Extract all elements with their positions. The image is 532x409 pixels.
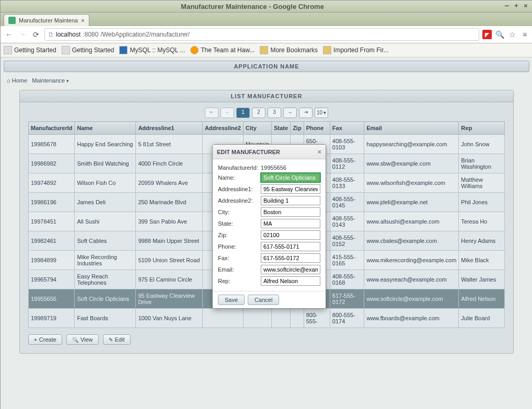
col-header[interactable]: Name: [75, 122, 136, 135]
home-icon[interactable]: ⌂: [7, 77, 10, 84]
cell-a1: 95 Eastway Clearview Drive: [136, 289, 203, 309]
plus-icon: +: [34, 337, 37, 343]
phone-field[interactable]: [261, 242, 320, 251]
dialog-header[interactable]: EDIT MANUFACTURER ×: [213, 145, 326, 159]
browser-tab[interactable]: Manufacturer Maintena ×: [4, 14, 89, 26]
fax-field[interactable]: [261, 253, 320, 263]
addressline1-field[interactable]: [261, 184, 320, 194]
col-header[interactable]: Email: [364, 122, 459, 135]
col-header[interactable]: Addressline1: [136, 122, 203, 135]
rep-field[interactable]: [261, 276, 320, 286]
cell-a1: 5109 Union Street Road: [136, 251, 203, 270]
col-header[interactable]: Addressline2: [202, 122, 243, 135]
page-info-icon[interactable]: 🗋: [48, 31, 54, 38]
tab-favicon-icon: [8, 17, 16, 24]
field-label-fax: Fax:: [218, 255, 261, 261]
cell-a1: 399 San Pablo Ave: [136, 212, 203, 231]
cell-email: www.jdeli@example.net: [364, 193, 459, 212]
cell-a1: 5 81st Street: [136, 135, 203, 154]
nav-back-icon[interactable]: ←: [4, 29, 14, 40]
pager-page-3[interactable]: 3: [268, 108, 281, 118]
zip-field[interactable]: [261, 230, 320, 240]
cell-id: 19989719: [29, 309, 75, 328]
bookmark-item[interactable]: Imported From Fir...: [323, 46, 388, 54]
cell-fax: 408-555-0168: [330, 270, 364, 289]
pager-last-icon[interactable]: ⇥: [299, 108, 313, 118]
field-label-state: State:: [218, 220, 261, 227]
cell-a1: 250 Marinade Blvd: [136, 193, 203, 212]
cell-name: Happy End Searching: [75, 135, 136, 154]
bookmark-icon: [4, 46, 12, 54]
dialog-close-icon[interactable]: ×: [317, 148, 321, 156]
bookmark-item[interactable]: The Team at Haw...: [190, 46, 255, 54]
cell-id: 19965794: [29, 270, 75, 289]
save-button[interactable]: Save: [218, 295, 245, 305]
col-header[interactable]: Zip: [291, 122, 304, 135]
col-header[interactable]: City: [243, 122, 271, 135]
name-field[interactable]: [261, 173, 320, 182]
col-header[interactable]: Phone: [304, 122, 330, 135]
create-button[interactable]: +Create: [28, 334, 62, 345]
pager-first-icon[interactable]: ⇤: [205, 108, 218, 118]
breadcrumb-page[interactable]: Maintenance ▾: [32, 77, 69, 84]
pager: ⇤ ← 1 2 3 → ⇥ 10 ▾: [28, 108, 505, 118]
cell-name: Mike Recording Industries: [75, 251, 136, 270]
cell-fax: 408-555-0103: [330, 135, 364, 154]
pager-page-1[interactable]: 1: [236, 108, 250, 118]
col-header[interactable]: Rep: [459, 122, 505, 135]
pager-next-icon[interactable]: →: [283, 108, 297, 118]
app-header: APPLICATION NAME: [4, 61, 529, 72]
nav-reload-icon[interactable]: ⟳: [31, 29, 41, 40]
cell-rep: Matthew Williams: [459, 173, 505, 193]
extension-icon[interactable]: ◤: [482, 30, 492, 39]
pager-pagesize[interactable]: 10 ▾: [315, 108, 328, 118]
table-row[interactable]: 19989719Fast Boards1000 Van Nuys Lane800…: [29, 309, 505, 328]
breadcrumb-home[interactable]: Home: [12, 77, 27, 84]
cell-name: Wilson Fish Co: [75, 173, 136, 193]
cancel-button[interactable]: Cancel: [248, 295, 279, 305]
cell-a1: 9988 Main Upper Street: [136, 231, 203, 251]
view-button[interactable]: 🔍View: [66, 334, 99, 345]
cell-rep: Mike Black: [459, 251, 505, 270]
menu-icon[interactable]: ≡: [520, 30, 529, 39]
browser-toolbar: ← → ⟳ 🗋 localhost:8080/WebApplication2/m…: [1, 26, 532, 43]
address-bar[interactable]: 🗋 localhost:8080/WebApplication2/manufac…: [44, 28, 479, 41]
pager-prev-icon[interactable]: ←: [221, 108, 234, 118]
pager-page-2[interactable]: 2: [252, 108, 265, 118]
cell-id: 19955656: [29, 289, 75, 309]
edit-button[interactable]: ✎Edit: [103, 334, 131, 345]
window-close-icon[interactable]: ×: [522, 3, 529, 10]
city-field[interactable]: [261, 207, 320, 217]
addressline2-field[interactable]: [261, 196, 320, 205]
panel-header: LIST MANUFACTURER: [20, 90, 513, 102]
field-label-zip: Zip:: [218, 232, 261, 238]
cell-fax: 617-555-0172: [330, 289, 364, 309]
col-header[interactable]: State: [272, 122, 291, 135]
cell-id: 19974892: [29, 173, 75, 193]
cell-id: 19986196: [29, 193, 75, 212]
bookmarks-bar: Getting Started Getting Started MySQL ::…: [1, 43, 532, 57]
url-host: localhost: [56, 31, 80, 38]
bookmark-star-icon[interactable]: ☆: [507, 30, 517, 39]
col-header[interactable]: ManufacturerId: [29, 122, 75, 135]
cell-email: www.fboards@example.com: [364, 309, 459, 328]
folder-icon: [323, 46, 331, 54]
window-min-icon[interactable]: –: [503, 3, 511, 10]
window-max-icon[interactable]: +: [513, 3, 520, 10]
col-header[interactable]: Fax: [330, 122, 364, 135]
cell-fax: 800-555-0174: [330, 309, 364, 328]
field-label-phone: Phone:: [218, 243, 261, 250]
field-value-id: 19955656: [261, 165, 320, 171]
cell-name: James Deli: [75, 193, 136, 212]
zoom-icon[interactable]: 🔍: [495, 30, 504, 39]
cell-id: 19984899: [29, 251, 75, 270]
tab-close-icon[interactable]: ×: [81, 17, 84, 24]
bookmark-item[interactable]: MySQL :: MySQL ...: [119, 46, 185, 54]
bookmark-item[interactable]: Getting Started: [62, 46, 114, 54]
cell-id: 19978451: [29, 212, 75, 231]
bookmark-item[interactable]: More Bookmarks: [260, 46, 318, 54]
state-field[interactable]: [261, 219, 320, 228]
bookmark-item[interactable]: Getting Started: [4, 46, 56, 54]
email-field[interactable]: [261, 265, 320, 274]
cell-email: www.wilsonfish@example.com: [364, 173, 459, 193]
